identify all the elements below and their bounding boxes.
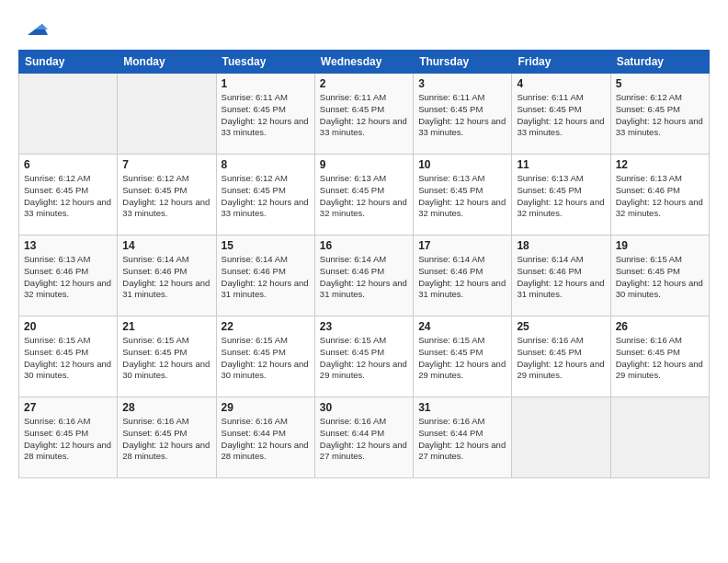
- day-info: Sunrise: 6:16 AM Sunset: 6:45 PM Dayligh…: [517, 335, 605, 382]
- col-wednesday: Wednesday: [314, 51, 413, 74]
- week-row-0: 1Sunrise: 6:11 AM Sunset: 6:45 PM Daylig…: [19, 74, 710, 155]
- day-info: Sunrise: 6:14 AM Sunset: 6:46 PM Dayligh…: [418, 254, 506, 301]
- calendar-cell: 22Sunrise: 6:15 AM Sunset: 6:45 PM Dayli…: [216, 316, 314, 397]
- day-number: 8: [222, 158, 310, 171]
- calendar-cell: 8Sunrise: 6:12 AM Sunset: 6:45 PM Daylig…: [216, 155, 314, 236]
- calendar-cell: 19Sunrise: 6:15 AM Sunset: 6:45 PM Dayli…: [610, 236, 709, 316]
- day-number: 16: [320, 239, 408, 252]
- day-info: Sunrise: 6:13 AM Sunset: 6:45 PM Dayligh…: [418, 173, 506, 220]
- week-row-3: 20Sunrise: 6:15 AM Sunset: 6:45 PM Dayli…: [19, 316, 710, 397]
- day-info: Sunrise: 6:15 AM Sunset: 6:45 PM Dayligh…: [616, 254, 704, 301]
- day-number: 25: [517, 320, 605, 333]
- day-number: 23: [320, 320, 408, 333]
- day-number: 20: [24, 320, 112, 333]
- day-number: 3: [418, 77, 506, 90]
- day-info: Sunrise: 6:16 AM Sunset: 6:45 PM Dayligh…: [122, 416, 210, 463]
- day-number: 6: [24, 158, 112, 171]
- calendar-cell: 6Sunrise: 6:12 AM Sunset: 6:45 PM Daylig…: [19, 155, 118, 236]
- calendar-cell: 28Sunrise: 6:16 AM Sunset: 6:45 PM Dayli…: [118, 397, 216, 478]
- calendar-cell: [118, 74, 216, 155]
- calendar-cell: 26Sunrise: 6:16 AM Sunset: 6:45 PM Dayli…: [610, 316, 709, 397]
- day-info: Sunrise: 6:14 AM Sunset: 6:46 PM Dayligh…: [122, 254, 210, 301]
- day-info: Sunrise: 6:16 AM Sunset: 6:44 PM Dayligh…: [320, 416, 408, 463]
- week-row-2: 13Sunrise: 6:13 AM Sunset: 6:46 PM Dayli…: [19, 236, 710, 316]
- header: [18, 15, 710, 40]
- day-info: Sunrise: 6:16 AM Sunset: 6:45 PM Dayligh…: [616, 335, 704, 382]
- calendar-cell: 29Sunrise: 6:16 AM Sunset: 6:44 PM Dayli…: [216, 397, 314, 478]
- day-number: 2: [320, 77, 408, 90]
- day-info: Sunrise: 6:11 AM Sunset: 6:45 PM Dayligh…: [320, 92, 408, 139]
- day-number: 13: [24, 239, 112, 252]
- calendar-cell: 18Sunrise: 6:14 AM Sunset: 6:46 PM Dayli…: [512, 236, 610, 316]
- day-number: 10: [418, 158, 506, 171]
- col-friday: Friday: [512, 51, 610, 74]
- day-number: 1: [222, 77, 310, 90]
- logo-icon: [22, 15, 48, 40]
- col-monday: Monday: [118, 51, 216, 74]
- day-number: 12: [616, 158, 704, 171]
- calendar-cell: 12Sunrise: 6:13 AM Sunset: 6:46 PM Dayli…: [610, 155, 709, 236]
- col-tuesday: Tuesday: [216, 51, 314, 74]
- day-number: 30: [320, 401, 408, 414]
- day-info: Sunrise: 6:15 AM Sunset: 6:45 PM Dayligh…: [122, 335, 210, 382]
- day-info: Sunrise: 6:15 AM Sunset: 6:45 PM Dayligh…: [320, 335, 408, 382]
- day-number: 4: [517, 77, 605, 90]
- calendar-cell: 14Sunrise: 6:14 AM Sunset: 6:46 PM Dayli…: [118, 236, 216, 316]
- day-number: 24: [418, 320, 506, 333]
- day-number: 14: [122, 239, 210, 252]
- day-number: 5: [616, 77, 704, 90]
- day-number: 31: [418, 401, 506, 414]
- col-thursday: Thursday: [414, 51, 512, 74]
- calendar-cell: [610, 397, 709, 478]
- day-number: 11: [517, 158, 605, 171]
- calendar-cell: 20Sunrise: 6:15 AM Sunset: 6:45 PM Dayli…: [19, 316, 118, 397]
- col-saturday: Saturday: [610, 51, 709, 74]
- day-number: 29: [222, 401, 310, 414]
- day-info: Sunrise: 6:13 AM Sunset: 6:46 PM Dayligh…: [616, 173, 704, 220]
- calendar-cell: 17Sunrise: 6:14 AM Sunset: 6:46 PM Dayli…: [414, 236, 512, 316]
- day-number: 9: [320, 158, 408, 171]
- day-info: Sunrise: 6:11 AM Sunset: 6:45 PM Dayligh…: [517, 92, 605, 139]
- day-info: Sunrise: 6:15 AM Sunset: 6:45 PM Dayligh…: [222, 335, 310, 382]
- calendar: Sunday Monday Tuesday Wednesday Thursday…: [18, 50, 710, 478]
- day-info: Sunrise: 6:11 AM Sunset: 6:45 PM Dayligh…: [418, 92, 506, 139]
- calendar-cell: 11Sunrise: 6:13 AM Sunset: 6:45 PM Dayli…: [512, 155, 610, 236]
- day-info: Sunrise: 6:13 AM Sunset: 6:45 PM Dayligh…: [320, 173, 408, 220]
- day-info: Sunrise: 6:12 AM Sunset: 6:45 PM Dayligh…: [222, 173, 310, 220]
- calendar-cell: 24Sunrise: 6:15 AM Sunset: 6:45 PM Dayli…: [414, 316, 512, 397]
- calendar-header: Sunday Monday Tuesday Wednesday Thursday…: [19, 51, 710, 74]
- day-info: Sunrise: 6:12 AM Sunset: 6:45 PM Dayligh…: [122, 173, 210, 220]
- day-info: Sunrise: 6:14 AM Sunset: 6:46 PM Dayligh…: [222, 254, 310, 301]
- day-number: 17: [418, 239, 506, 252]
- day-info: Sunrise: 6:16 AM Sunset: 6:45 PM Dayligh…: [24, 416, 112, 463]
- day-info: Sunrise: 6:14 AM Sunset: 6:46 PM Dayligh…: [320, 254, 408, 301]
- header-row: Sunday Monday Tuesday Wednesday Thursday…: [19, 51, 710, 74]
- calendar-cell: 23Sunrise: 6:15 AM Sunset: 6:45 PM Dayli…: [314, 316, 413, 397]
- calendar-cell: 13Sunrise: 6:13 AM Sunset: 6:46 PM Dayli…: [19, 236, 118, 316]
- day-info: Sunrise: 6:16 AM Sunset: 6:44 PM Dayligh…: [222, 416, 310, 463]
- day-number: 15: [222, 239, 310, 252]
- svg-marker-1: [35, 24, 48, 29]
- day-number: 27: [24, 401, 112, 414]
- calendar-cell: 25Sunrise: 6:16 AM Sunset: 6:45 PM Dayli…: [512, 316, 610, 397]
- calendar-cell: 5Sunrise: 6:12 AM Sunset: 6:45 PM Daylig…: [610, 74, 709, 155]
- day-number: 28: [122, 401, 210, 414]
- calendar-cell: 31Sunrise: 6:16 AM Sunset: 6:44 PM Dayli…: [414, 397, 512, 478]
- day-info: Sunrise: 6:11 AM Sunset: 6:45 PM Dayligh…: [222, 92, 310, 139]
- calendar-cell: 10Sunrise: 6:13 AM Sunset: 6:45 PM Dayli…: [414, 155, 512, 236]
- day-info: Sunrise: 6:13 AM Sunset: 6:46 PM Dayligh…: [24, 254, 112, 301]
- day-number: 21: [122, 320, 210, 333]
- calendar-cell: 2Sunrise: 6:11 AM Sunset: 6:45 PM Daylig…: [314, 74, 413, 155]
- calendar-cell: 4Sunrise: 6:11 AM Sunset: 6:45 PM Daylig…: [512, 74, 610, 155]
- day-number: 7: [122, 158, 210, 171]
- col-sunday: Sunday: [19, 51, 118, 74]
- day-info: Sunrise: 6:16 AM Sunset: 6:44 PM Dayligh…: [418, 416, 506, 463]
- calendar-cell: 30Sunrise: 6:16 AM Sunset: 6:44 PM Dayli…: [314, 397, 413, 478]
- calendar-cell: 1Sunrise: 6:11 AM Sunset: 6:45 PM Daylig…: [216, 74, 314, 155]
- calendar-cell: [512, 397, 610, 478]
- day-info: Sunrise: 6:13 AM Sunset: 6:45 PM Dayligh…: [517, 173, 605, 220]
- calendar-cell: 21Sunrise: 6:15 AM Sunset: 6:45 PM Dayli…: [118, 316, 216, 397]
- calendar-cell: 27Sunrise: 6:16 AM Sunset: 6:45 PM Dayli…: [19, 397, 118, 478]
- calendar-cell: 15Sunrise: 6:14 AM Sunset: 6:46 PM Dayli…: [216, 236, 314, 316]
- day-info: Sunrise: 6:15 AM Sunset: 6:45 PM Dayligh…: [24, 335, 112, 382]
